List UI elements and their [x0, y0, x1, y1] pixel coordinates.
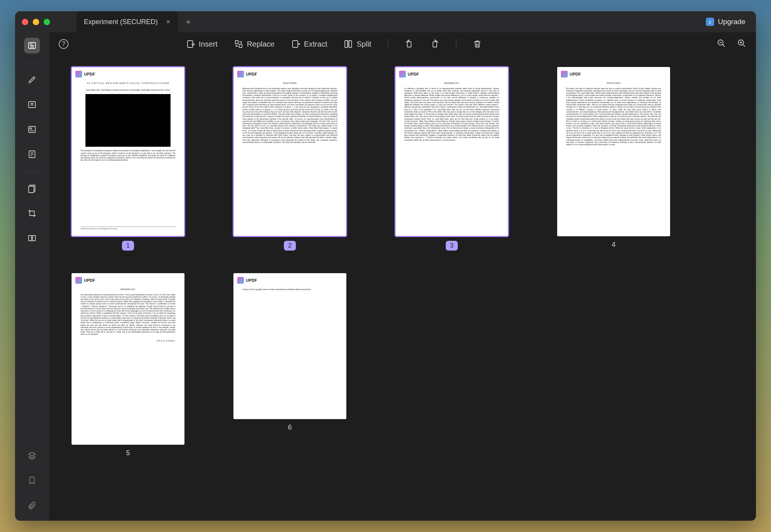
layers-icon[interactable]	[24, 448, 40, 464]
extract-label: Extract	[304, 40, 327, 49]
page-thumb-4[interactable]: UPDF PHILIP GORSKI But doesn't the idea …	[557, 67, 670, 251]
edit-text-icon[interactable]	[24, 97, 40, 112]
titlebar: Experiment (SECURED) ✕ ＋ z Upgrade	[15, 11, 756, 32]
doc-p6-text: mission of the copyright owner. Further …	[242, 288, 337, 291]
page-thumb-1[interactable]: UPDF AS CRITICAL REALISM MEETS SOCIAL CO…	[72, 67, 184, 251]
doc-p2-text: Because each discipline has its own dist…	[242, 88, 337, 144]
minimize-window-button[interactable]	[33, 19, 39, 25]
rotate-right-button[interactable]	[430, 40, 439, 49]
page-number-badge: 3	[446, 241, 457, 251]
svg-rect-21	[433, 42, 437, 47]
svg-rect-14	[235, 41, 238, 44]
delete-button[interactable]	[473, 40, 482, 49]
svg-line-26	[743, 44, 745, 47]
attachment-icon[interactable]	[24, 497, 40, 513]
page-thumb-3[interactable]: UPDF EPISTEMOLOGY by defining a biologic…	[395, 67, 508, 251]
user-avatar[interactable]: z	[706, 18, 714, 26]
running-head: PHILIP GORSKI	[242, 82, 337, 85]
page-number-label: 4	[612, 241, 616, 249]
page-number-label: 5	[126, 449, 130, 457]
compare-icon[interactable]	[24, 230, 40, 246]
redacted-image-block	[85, 94, 171, 147]
help-icon[interactable]: ?	[59, 39, 69, 49]
svg-rect-6	[30, 128, 32, 129]
svg-rect-18	[349, 41, 352, 47]
split-button[interactable]: Split	[344, 40, 371, 49]
running-head: PHILIP GORSKI	[566, 82, 661, 85]
watermark: UPDF	[75, 71, 95, 78]
insert-label: Insert	[199, 40, 218, 49]
svg-rect-10	[29, 186, 34, 193]
svg-rect-11	[29, 236, 32, 241]
doc-byline: Dave Elder-Vass, The Reality of Social C…	[81, 89, 175, 91]
window-controls	[22, 19, 50, 25]
svg-rect-5	[29, 126, 35, 132]
ocr-icon[interactable]	[24, 146, 40, 162]
replace-label: Replace	[247, 40, 274, 49]
toolbar: ? Insert Replace Extract	[49, 32, 756, 56]
new-tab-button[interactable]: ＋	[184, 16, 192, 27]
doc-heading: AS CRITICAL REALISM MEETS SOCIAL CONSTRU…	[81, 82, 175, 85]
extract-button[interactable]: Extract	[291, 40, 327, 49]
svg-line-23	[722, 44, 725, 47]
crop-icon[interactable]	[24, 205, 40, 221]
watermark: UPDF	[237, 277, 257, 284]
sidebar	[15, 32, 49, 521]
doc-p1-text: The precepts of ontological emergence im…	[81, 150, 175, 161]
page-number-label: 6	[288, 424, 292, 432]
svg-rect-12	[32, 236, 35, 241]
svg-rect-17	[345, 41, 347, 47]
organize-pages-icon[interactable]	[24, 181, 40, 196]
svg-rect-20	[407, 42, 411, 47]
tab-title: Experiment (SECURED)	[84, 18, 158, 26]
bookmark-icon[interactable]	[24, 473, 40, 488]
doc-p5-text: we continually experience a world govern…	[81, 294, 175, 336]
replace-button[interactable]: Replace	[234, 40, 274, 49]
zoom-in-button[interactable]	[737, 39, 746, 49]
svg-rect-15	[239, 44, 242, 47]
page-number-badge: 2	[284, 241, 296, 251]
close-window-button[interactable]	[22, 19, 28, 25]
rotate-left-button[interactable]	[405, 40, 414, 49]
insert-button[interactable]: Insert	[186, 40, 218, 49]
app-window: Experiment (SECURED) ✕ ＋ z Upgrade	[15, 11, 756, 521]
main-area: ? Insert Replace Extract	[49, 32, 756, 521]
watermark: UPDF	[561, 71, 581, 78]
reader-mode-icon[interactable]	[24, 38, 40, 53]
page-thumb-5[interactable]: UPDF EPISTEMOLOGY we continually experie…	[72, 273, 184, 457]
zoom-out-button[interactable]	[717, 39, 726, 49]
upgrade-button[interactable]: Upgrade	[718, 18, 745, 26]
split-label: Split	[357, 40, 371, 49]
watermark: UPDF	[399, 71, 419, 78]
page-thumb-6[interactable]: UPDF mission of the copyright owner. Fur…	[233, 273, 346, 457]
watermark: UPDF	[75, 277, 95, 284]
watermark: UPDF	[237, 71, 257, 78]
doc-p4-text: But doesn't the idea of collective inten…	[566, 88, 661, 146]
doc-footnote: Philip Gorski, Department of Sociology, …	[81, 226, 175, 230]
annotate-icon[interactable]	[24, 72, 40, 88]
close-tab-icon[interactable]: ✕	[166, 19, 171, 25]
svg-rect-13	[187, 41, 193, 47]
running-head: EPISTEMOLOGY	[81, 288, 175, 291]
page-grid: UPDF AS CRITICAL REALISM MEETS SOCIAL CO…	[49, 56, 756, 521]
svg-rect-4	[29, 102, 35, 108]
svg-rect-16	[293, 41, 298, 47]
page-number-badge: 1	[122, 241, 134, 251]
watermark-logo-icon	[75, 71, 82, 78]
document-tab[interactable]: Experiment (SECURED) ✕	[76, 11, 178, 32]
maximize-window-button[interactable]	[44, 19, 50, 25]
doc-p3-text: by defining a biological kind in terms o…	[404, 88, 499, 141]
form-icon[interactable]	[24, 122, 40, 137]
page-thumb-2[interactable]: UPDF PHILIP GORSKI Because each discipli…	[233, 67, 346, 251]
running-head: EPISTEMOLOGY	[404, 82, 499, 85]
